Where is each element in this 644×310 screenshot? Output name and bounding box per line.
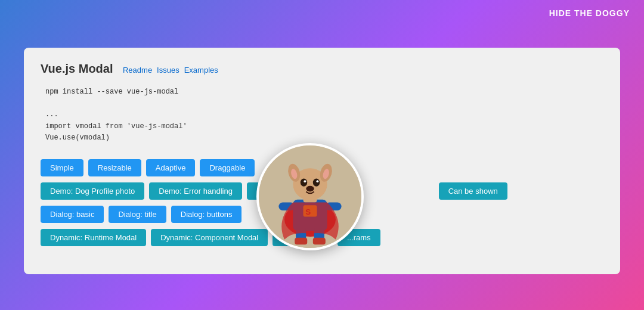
hide-doggy-button[interactable]: HIDE THE DOGGY: [549, 8, 630, 18]
dog-avatar: S: [256, 143, 364, 250]
card-links: Readme Issues Examples: [123, 66, 218, 75]
svg-point-17: [301, 178, 307, 186]
svg-rect-7: [295, 238, 307, 244]
btn-dialog-basic[interactable]: Dialog: basic: [41, 206, 104, 223]
btn-demo-dog[interactable]: Demo: Dog Profile photo: [41, 182, 144, 200]
code-block: npm install --save vue-js-modal ... impo…: [41, 84, 603, 146]
svg-rect-8: [313, 238, 326, 244]
code-line-2: [45, 98, 599, 109]
card-header: Vue.js Modal Readme Issues Examples: [41, 62, 603, 76]
readme-link[interactable]: Readme: [123, 66, 152, 75]
btn-simple[interactable]: Simple: [41, 159, 83, 176]
btn-adaptive[interactable]: Adaptive: [146, 159, 196, 176]
btn-dynamic-runtime[interactable]: Dynamic: Runtime Modal: [41, 229, 146, 246]
code-line-3: ...: [45, 109, 599, 120]
svg-point-20: [317, 180, 319, 182]
svg-point-19: [304, 180, 306, 182]
code-line-4: import vmodal from 'vue-js-modal': [45, 121, 599, 132]
btn-can-be-shown[interactable]: Can be shown: [439, 182, 507, 200]
svg-point-18: [313, 178, 320, 186]
btn-dialog-title[interactable]: Dialog: title: [109, 206, 166, 223]
code-line-5: Vue.use(vmodal): [45, 132, 599, 144]
btn-demo-error[interactable]: Demo: Error handling: [149, 182, 242, 200]
examples-link[interactable]: Examples: [184, 66, 218, 75]
issues-link[interactable]: Issues: [157, 66, 179, 75]
code-line-1: npm install --save vue-js-modal: [45, 86, 599, 98]
btn-dialog-buttons[interactable]: Dialog: buttons: [171, 206, 242, 223]
btn-dynamic-component[interactable]: Dynamic: Component Modal: [151, 229, 268, 246]
btn-draggable[interactable]: Draggable: [200, 159, 255, 176]
svg-point-21: [306, 186, 314, 192]
card-title: Vue.js Modal: [41, 62, 113, 75]
btn-resizable[interactable]: Resizable: [88, 159, 141, 176]
